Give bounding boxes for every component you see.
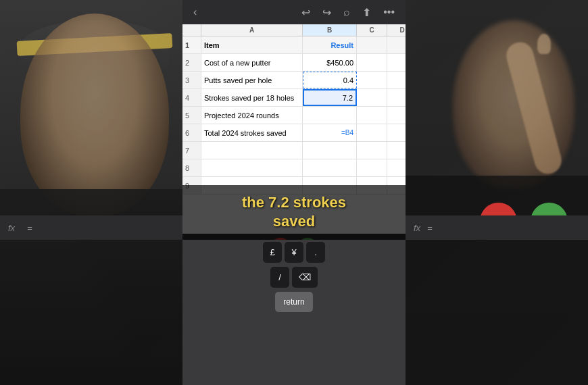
cell-3a[interactable]: Putts saved per hole [201,72,303,88]
cell-5a[interactable]: Projected 2024 rounds [201,107,303,124]
more-icon[interactable]: ••• [381,5,397,20]
keyboard-row-1: £ ¥ . [182,240,406,265]
back-icon[interactable]: ‹ [191,5,199,20]
cell-3c[interactable] [357,72,387,88]
col-header-b[interactable]: B [303,24,357,36]
cell-4d[interactable] [387,89,406,106]
right-formula-bar: fx = [406,215,588,240]
spreadsheet-toolbar: ‹ ↩ ↪ ⌕ ⬆ ••• [182,0,406,24]
table-row: 6 Total 2024 strokes saved =B4 [182,124,406,142]
table-row: 4 Strokes saved per 18 holes 7.2 [182,89,406,107]
undo-icon[interactable]: ↩ [299,5,313,20]
caption-text: the 7.2 strokes saved [193,193,395,232]
cell-2b[interactable]: $450.00 [303,54,357,71]
row-num-7: 7 [182,142,201,159]
caption-line2: saved [273,213,315,230]
col-header-c[interactable]: C [357,24,387,36]
key-dot[interactable]: . [306,242,325,263]
cell-1d[interactable] [387,36,406,53]
left-equals-label: = [27,223,32,233]
keyboard-area: £ ¥ . / ⌫ return [182,240,406,385]
share-icon[interactable]: ⬆ [360,5,374,20]
key-pound[interactable]: £ [263,242,282,263]
column-header-row: A B C D [182,24,406,36]
person-face-left [20,14,169,216]
right-equals-hint: = [427,223,433,233]
cell-1c[interactable] [357,36,387,53]
cell-4c[interactable] [357,89,387,106]
cell-5c[interactable] [357,107,387,124]
cell-5b[interactable] [303,107,357,124]
cell-4b[interactable]: 7.2 [303,89,357,106]
col-header-a[interactable]: A [201,24,303,36]
right-fx-label: fx [414,223,420,233]
cell-1b[interactable]: Result [303,36,357,53]
col-header-d[interactable]: D [387,24,406,36]
row-num-3: 3 [182,72,201,88]
row-num-1: 1 [182,36,201,53]
row-num-6: 6 [182,124,201,141]
left-fx-label: fx [8,223,15,233]
key-slash[interactable]: / [270,267,289,288]
search-icon[interactable]: ⌕ [341,5,353,20]
cell-7b[interactable] [303,142,357,159]
table-row: 7 [182,142,406,159]
table-row: 3 Putts saved per hole 0.4 [182,72,406,89]
cell-2c[interactable] [357,54,387,71]
table-row: 8 [182,159,406,177]
row-num-5: 5 [182,107,201,124]
cell-8d[interactable] [387,159,406,176]
keyboard-row-return: return [182,290,406,314]
cell-6b[interactable]: =B4 [303,124,357,141]
keyboard-row-2: / ⌫ [182,265,406,290]
row-num-4: 4 [182,89,201,106]
row-num-8: 8 [182,159,201,176]
caption-overlay: the 7.2 strokes saved [182,185,406,240]
row-num-2: 2 [182,54,201,71]
left-background-panel [0,0,189,385]
cell-3d[interactable] [387,72,406,88]
cell-8c[interactable] [357,159,387,176]
cell-6d[interactable] [387,124,406,141]
key-return[interactable]: return [275,292,312,312]
corner-cell [182,24,201,36]
cell-2a[interactable]: Cost of a new putter [201,54,303,71]
table-row: 5 Projected 2024 rounds [182,107,406,124]
cell-6c[interactable] [357,124,387,141]
cell-4a[interactable]: Strokes saved per 18 holes [201,89,303,106]
person-right-overlay [406,0,588,385]
cell-6a[interactable]: Total 2024 strokes saved [201,124,303,141]
finger-tip [537,34,551,54]
cell-1a[interactable]: Item [201,36,303,53]
cell-5d[interactable] [387,107,406,124]
cell-3b[interactable]: 0.4 [303,72,357,88]
toolbar-right-group: ↩ ↪ ⌕ ⬆ ••• [299,5,397,20]
redo-icon[interactable]: ↪ [320,5,334,20]
cell-2d[interactable] [387,54,406,71]
right-background-panel [406,0,588,385]
cell-8b[interactable] [303,159,357,176]
key-yen[interactable]: ¥ [285,242,303,263]
cell-7c[interactable] [357,142,387,159]
cell-7a[interactable] [201,142,303,159]
spreadsheet: A B C D 1 Item Result 2 Cost of a new pu… [182,24,406,195]
left-formula-hint: fx = [0,215,182,240]
cell-7d[interactable] [387,142,406,159]
key-backspace[interactable]: ⌫ [292,267,318,288]
table-row: 2 Cost of a new putter $450.00 [182,54,406,72]
toolbar-left-group: ‹ [191,5,199,20]
caption-line1: the 7.2 strokes [242,194,346,211]
header-row: 1 Item Result [182,36,406,54]
cell-8a[interactable] [201,159,303,176]
